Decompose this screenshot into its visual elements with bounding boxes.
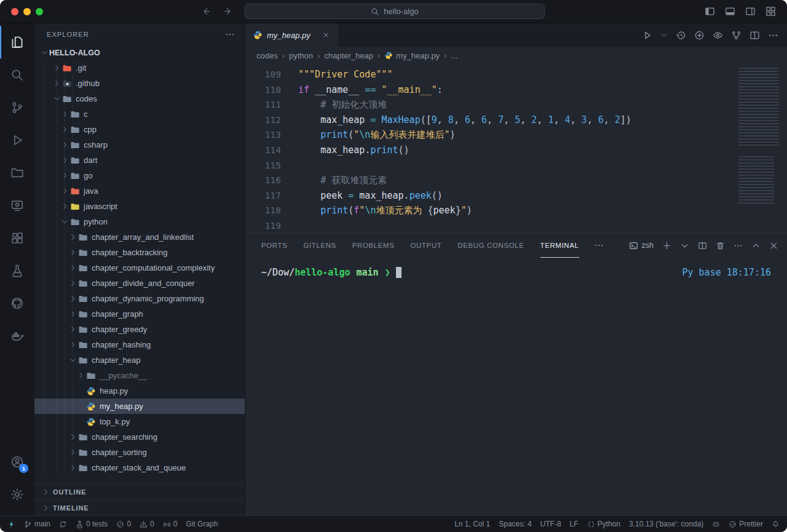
status-sync-changes[interactable] xyxy=(59,520,67,528)
panel-tab-ports[interactable]: PORTS xyxy=(261,233,287,258)
code-line-117[interactable]: 117 peek = max_heap.peek() xyxy=(245,188,787,204)
tree-item-dart[interactable]: dart xyxy=(34,153,245,168)
activity-docker[interactable] xyxy=(0,319,34,352)
new-terminal-button[interactable] xyxy=(662,241,671,250)
status-warnings[interactable]: 0 xyxy=(140,520,154,528)
status-git-graph[interactable]: Git Graph xyxy=(186,520,218,528)
toggle-panel-button[interactable] xyxy=(725,6,735,17)
status-encoding[interactable]: UTF-8 xyxy=(540,520,561,528)
split-editor-button[interactable] xyxy=(749,30,760,41)
code-line-112[interactable]: 112 max_heap = MaxHeap([9, 8, 6, 6, 7, 5… xyxy=(245,113,787,128)
tree-item-git[interactable]: .git xyxy=(34,60,245,76)
tree-root-hello-algo[interactable]: HELLO-ALGO xyxy=(34,45,245,60)
status-branch[interactable]: main xyxy=(24,520,50,528)
customize-layout-button[interactable] xyxy=(765,6,776,17)
status-remote-indicator[interactable] xyxy=(7,520,15,528)
status-copilot[interactable] xyxy=(712,520,720,528)
code-line-110[interactable]: 110if __name__ == "__main__": xyxy=(245,82,787,98)
tree-item-my-heap-py[interactable]: my_heap.py xyxy=(34,399,245,414)
tree-item-github[interactable]: .github xyxy=(34,76,245,91)
tree-item-chapter-searching[interactable]: chapter_searching xyxy=(34,429,245,445)
tree-item-chapter-dynamic-programming[interactable]: chapter_dynamic_programming xyxy=(34,291,245,306)
split-terminal-button[interactable] xyxy=(698,241,707,250)
code-line-118[interactable]: 118 print(f"\n堆顶元素为 {peek}") xyxy=(245,203,787,218)
activity-extensions[interactable] xyxy=(0,221,34,254)
close-tab-button[interactable] xyxy=(322,31,330,39)
status-errors[interactable]: 0 xyxy=(116,520,131,528)
toggle-primary-sidebar-button[interactable] xyxy=(705,6,715,17)
minimize-window-button[interactable] xyxy=(23,8,31,15)
tree-item-python[interactable]: python xyxy=(34,214,245,229)
status-notifications[interactable] xyxy=(772,520,780,528)
navigate-back-button[interactable] xyxy=(200,6,211,17)
gitlens-blame-button[interactable] xyxy=(713,30,723,41)
code-line-116[interactable]: 116 # 获取堆顶元素 xyxy=(245,173,787,188)
tree-item-chapter-greedy[interactable]: chapter_greedy xyxy=(34,322,245,337)
code-line-111[interactable]: 111 # 初始化大顶堆 xyxy=(245,97,787,113)
run-python-file-button[interactable] xyxy=(642,30,652,41)
tree-item-chapter-heap[interactable]: chapter_heap xyxy=(34,352,245,368)
status-python-interpreter[interactable]: 3.10.13 ('base': conda) xyxy=(629,520,703,528)
explorer-actions-button[interactable] xyxy=(225,30,235,39)
status-prettier[interactable]: Prettier xyxy=(729,520,763,528)
toggle-secondary-sidebar-button[interactable] xyxy=(745,6,756,17)
tree-item-codes[interactable]: codes xyxy=(34,91,245,106)
activity-explorer[interactable] xyxy=(0,26,34,58)
tab-my-heap-py[interactable]: my_heap.py xyxy=(245,23,339,47)
tree-item-chapter-graph[interactable]: chapter_graph xyxy=(34,306,245,322)
tree-item-heap-py[interactable]: heap.py xyxy=(34,383,245,399)
kill-terminal-button[interactable] xyxy=(716,241,725,250)
tree-item-chapter-backtracking[interactable]: chapter_backtracking xyxy=(34,245,245,260)
status-forwarded-ports[interactable]: 0 xyxy=(163,520,178,528)
tree-item-java[interactable]: java xyxy=(34,183,245,199)
tree-item-go[interactable]: go xyxy=(34,168,245,183)
code-line-113[interactable]: 113 print("\n输入列表并建堆后") xyxy=(245,127,787,143)
panel-tab-terminal[interactable]: TERMINAL xyxy=(540,233,579,258)
close-window-button[interactable] xyxy=(11,8,18,15)
panel-tab-output[interactable]: OUTPUT xyxy=(411,233,442,258)
tree-item-c[interactable]: c xyxy=(34,106,245,122)
tree-item-chapter-sorting[interactable]: chapter_sorting xyxy=(34,445,245,460)
shell-selector-button[interactable]: zsh xyxy=(629,241,654,250)
command-center[interactable]: hello-algo xyxy=(245,4,545,19)
tree-item-chapter-computational-complexity[interactable]: chapter_computational_complexity xyxy=(34,260,245,276)
activity-source-control[interactable] xyxy=(0,91,34,124)
tree-item-chapter-divide-and-conquer[interactable]: chapter_divide_and_conquer xyxy=(34,276,245,291)
activity-settings[interactable] xyxy=(0,478,34,510)
code-line-109[interactable]: 109"""Driver Code""" xyxy=(245,67,787,82)
activity-project-manager[interactable] xyxy=(0,156,34,189)
code-line-115[interactable]: 115 xyxy=(245,158,787,173)
tree-item-javascript[interactable]: javascript xyxy=(34,199,245,214)
activity-run-and-debug[interactable] xyxy=(0,124,34,156)
tree-item-chapter-stack-and-queue[interactable]: chapter_stack_and_queue xyxy=(34,460,245,475)
additional-panel-tabs-button[interactable] xyxy=(594,240,604,250)
activity-testing[interactable] xyxy=(0,254,34,287)
panel-tab-gitlens[interactable]: GITLENS xyxy=(303,233,336,258)
chevron-right-icon[interactable] xyxy=(76,368,85,383)
code-line-114[interactable]: 114 max_heap.print() xyxy=(245,143,787,158)
maximize-panel-button[interactable] xyxy=(751,241,761,250)
breadcrumb-codes[interactable]: codes xyxy=(256,51,278,60)
activity-accounts[interactable]: 1 xyxy=(0,445,34,478)
minimap[interactable] xyxy=(738,68,784,209)
zoom-window-button[interactable] xyxy=(36,8,43,15)
panel-tab-problems[interactable]: PROBLEMS xyxy=(352,233,395,258)
open-changes-button[interactable] xyxy=(694,30,705,41)
breadcrumb-item[interactable]: ... xyxy=(451,51,457,60)
tree-item-cpp[interactable]: cpp xyxy=(34,122,245,137)
section-timeline[interactable]: TIMELINE xyxy=(34,499,245,515)
terminal[interactable]: ~/Dow/ hello-algo main ❯ Py base 18:17:1… xyxy=(245,258,787,515)
status-language-mode[interactable]: Python xyxy=(587,520,620,528)
breadcrumb-my-heap-py[interactable]: my_heap.py xyxy=(384,51,440,60)
close-panel-button[interactable] xyxy=(769,241,778,250)
activity-remote-explorer[interactable] xyxy=(0,189,34,221)
launch-profile-dropdown-button[interactable] xyxy=(680,241,689,250)
more-terminal-actions-button[interactable] xyxy=(734,241,743,250)
tree-item-top-k-py[interactable]: top_k.py xyxy=(34,414,245,429)
tree-item-csharp[interactable]: csharp xyxy=(34,137,245,153)
file-history-button[interactable] xyxy=(676,30,686,41)
status-test-results[interactable]: 0 tests xyxy=(76,520,108,528)
breadcrumb-chapter-heap[interactable]: chapter_heap xyxy=(324,51,373,60)
code-editor[interactable]: 109"""Driver Code"""110if __name__ == "_… xyxy=(245,64,787,232)
gitlens-graph-button[interactable] xyxy=(731,30,742,41)
